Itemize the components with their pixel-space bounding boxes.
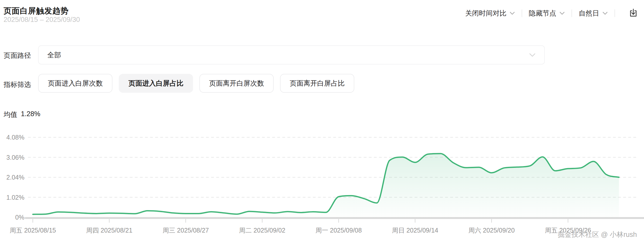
metric-button-leave-count[interactable]: 页面离开白屏次数 [199,74,274,93]
x-axis-label: 周四 2025/08/21 [74,226,145,235]
y-axis-label: 2.04% [0,173,24,181]
date-range: 2025/08/15 – 2025/09/30 [4,16,80,24]
x-axis-label: 周六 2025/09/20 [456,226,527,235]
x-axis-label: 周三 2025/08/27 [150,226,221,235]
granularity-label: 自然日 [579,9,599,18]
metric-button-enter-count[interactable]: 页面进入白屏次数 [38,74,112,93]
hide-nodes-label: 隐藏节点 [529,9,556,18]
divider [614,9,615,17]
y-axis-label: 0% [0,213,24,221]
page-title: 页面白屏触发趋势 [4,6,69,16]
hide-nodes-dropdown[interactable]: 隐藏节点 [529,9,565,18]
header-controls: 关闭时间对比 隐藏节点 自然日 [465,8,638,19]
divider [572,9,572,17]
path-select[interactable]: 全部 [38,45,545,64]
chevron-down-icon [559,11,565,15]
series-layer [33,154,619,217]
mean-label: 均值 [4,110,17,119]
divider [522,9,522,17]
chevron-down-icon [529,53,536,57]
path-select-value: 全部 [47,50,529,60]
time-compare-label: 关闭时间对比 [465,9,506,18]
chevron-down-icon [509,11,515,15]
metric-button-leave-ratio[interactable]: 页面离开白屏占比 [280,74,354,93]
time-compare-dropdown[interactable]: 关闭时间对比 [465,9,515,18]
x-axis-label: 周五 2025/08/15 [0,226,68,235]
export-button[interactable] [628,8,638,19]
area-fill [33,154,619,217]
x-axis-label: 周二 2025/09/02 [227,226,298,235]
x-axis-label: 周一 2025/09/08 [303,226,374,235]
watermark: 掘金技术社区 @ 小林rush [558,230,637,239]
metric-filter-label: 指标筛选 [4,80,31,89]
mean-value: 1.28% [21,110,40,119]
granularity-dropdown[interactable]: 自然日 [579,9,608,18]
mean-value-row: 均值 1.28% [4,110,40,119]
metric-buttons: 页面进入白屏次数 页面进入白屏占比 页面离开白屏次数 页面离开白屏占比 [38,74,354,93]
metric-button-enter-ratio[interactable]: 页面进入白屏占比 [119,74,193,93]
x-axis-label: 周日 2025/09/14 [379,226,451,235]
y-axis-label: 3.06% [0,153,24,161]
y-axis-label: 4.08% [0,133,24,141]
path-filter-label: 页面路径 [4,51,31,60]
gridlines [25,137,644,223]
trend-line [33,154,619,214]
download-tray-icon [628,8,638,19]
chevron-down-icon [602,11,608,15]
trend-area-chart [0,0,644,244]
y-axis-label: 1.02% [0,193,24,201]
